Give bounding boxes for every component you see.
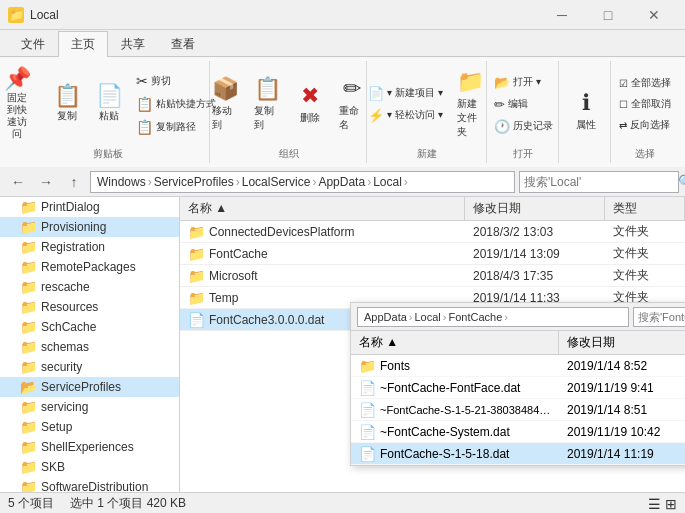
- delete-button[interactable]: ✖ 删除: [290, 78, 330, 130]
- deselect-all-button[interactable]: ☐ 全部取消: [614, 94, 676, 114]
- folder-icon: 📁: [20, 219, 37, 235]
- tree-item-printdialog[interactable]: 📁 PrintDialog: [0, 197, 179, 217]
- folder-icon: 📁: [188, 224, 205, 240]
- folder-icon: 📁: [20, 419, 37, 435]
- col-header-type[interactable]: 类型: [605, 197, 685, 220]
- move-to-button[interactable]: 📦 移动到: [205, 71, 246, 137]
- tab-view[interactable]: 查看: [158, 31, 208, 57]
- tree-item-softwaredistribution[interactable]: 📁 SoftwareDistribution: [0, 477, 179, 492]
- tree-item-setup[interactable]: 📁 Setup: [0, 417, 179, 437]
- invert-select-button[interactable]: ⇄ 反向选择: [614, 115, 676, 135]
- tree-item-skb[interactable]: 📁 SKB: [0, 457, 179, 477]
- new-folder-button[interactable]: 📁 新建文件夹: [450, 64, 491, 144]
- col-header-date[interactable]: 修改日期: [465, 197, 605, 220]
- tree-item-schcache[interactable]: 📁 SchCache: [0, 317, 179, 337]
- popup-file-row[interactable]: 📄 ~FontCache-FontFace.dat 2019/11/19 9:4…: [351, 377, 685, 399]
- popup-col-name[interactable]: 名称 ▲: [351, 331, 559, 354]
- back-button[interactable]: ←: [6, 171, 30, 193]
- ribbon-group-open: 📂 打开 ▾ ✏ 编辑 🕐 历史记录 打开: [489, 61, 559, 163]
- popup-search[interactable]: 🔍: [633, 307, 685, 327]
- status-items: 5 个项目: [8, 495, 54, 512]
- address-path[interactable]: Windows › ServiceProfiles › LocalService…: [90, 171, 515, 193]
- tree-item-registration[interactable]: 📁 Registration: [0, 237, 179, 257]
- new-folder-icon: 📁: [457, 69, 484, 95]
- open-items: 📂 打开 ▾ ✏ 编辑 🕐 历史记录: [489, 63, 558, 145]
- tree-item-remotepackages[interactable]: 📁 RemotePackages: [0, 257, 179, 277]
- search-input[interactable]: [524, 175, 674, 189]
- popup-col-date[interactable]: 修改日期: [559, 331, 685, 354]
- view-icon-grid[interactable]: ⊞: [665, 496, 677, 512]
- folder-icon: 📁: [20, 359, 37, 375]
- popup-path[interactable]: AppData › Local › FontCache ›: [357, 307, 629, 327]
- history-icon: 🕐: [494, 119, 510, 134]
- pin-button[interactable]: 📌 固定到快速访问: [0, 63, 39, 145]
- dat-icon: 📄: [359, 380, 376, 396]
- folder-icon: 📁: [188, 246, 205, 262]
- up-button[interactable]: ↑: [62, 171, 86, 193]
- tree-item-serviceprofiles[interactable]: 📂 ServiceProfiles: [0, 377, 179, 397]
- popup-file-row[interactable]: 📁 Fonts 2019/1/14 8:52 文件夹: [351, 355, 685, 377]
- tree-item-provisioning[interactable]: 📁 Provisioning: [0, 217, 179, 237]
- popup-window: AppData › Local › FontCache › 🔍 名称 ▲ 修改日…: [350, 302, 685, 466]
- app-icon: 📁: [8, 7, 24, 23]
- easy-access-icon: ⚡: [368, 108, 384, 123]
- tree-item-shellexperiences[interactable]: 📁 ShellExperiences: [0, 437, 179, 457]
- view-icon-list[interactable]: ☰: [648, 496, 661, 512]
- ribbon-group-organize: 📦 移动到 📋 复制到 ✖ 删除 ✏ 重命名 组织: [212, 61, 367, 163]
- popup-file-row-selected[interactable]: 📄 FontCache-S-1-5-18.dat 2019/1/14 11:19…: [351, 443, 685, 465]
- copy-button[interactable]: 📋 复制: [47, 80, 87, 128]
- folder-icon: 📁: [20, 279, 37, 295]
- dat-icon: 📄: [359, 424, 376, 440]
- popup-file-row[interactable]: 📄 ~FontCache-System.dat 2019/11/19 10:42…: [351, 421, 685, 443]
- close-button[interactable]: ✕: [631, 0, 677, 30]
- deselect-icon: ☐: [619, 99, 628, 110]
- properties-button[interactable]: ℹ 属性: [566, 85, 606, 137]
- rename-icon: ✏: [343, 76, 361, 102]
- tree-item-schemas[interactable]: 📁 schemas: [0, 337, 179, 357]
- tree-item-servicing[interactable]: 📁 servicing: [0, 397, 179, 417]
- dat-file-icon: 📄: [188, 312, 205, 328]
- tab-share[interactable]: 共享: [108, 31, 158, 57]
- new-col: 📄 ▾ 新建项目 ▾ ⚡ ▾ 轻松访问 ▾: [363, 83, 448, 126]
- history-button[interactable]: 🕐 历史记录: [489, 116, 558, 137]
- pin-icon: 📌: [4, 68, 31, 90]
- popup-address-bar: AppData › Local › FontCache › 🔍: [351, 303, 685, 331]
- minimize-button[interactable]: ─: [539, 0, 585, 30]
- search-box[interactable]: 🔍: [519, 171, 679, 193]
- new-item-button[interactable]: 📄 ▾ 新建项目 ▾: [363, 83, 448, 104]
- maximize-button[interactable]: □: [585, 0, 631, 30]
- folder-icon: 📁: [20, 199, 37, 215]
- file-row[interactable]: 📁 FontCache 2019/1/14 13:09 文件夹: [180, 243, 685, 265]
- tab-file[interactable]: 文件: [8, 31, 58, 57]
- new-label: 新建: [417, 145, 437, 161]
- open-button[interactable]: 📂 打开 ▾: [489, 72, 558, 93]
- file-row[interactable]: 📁 Microsoft 2018/4/3 17:35 文件夹: [180, 265, 685, 287]
- copy-to-icon: 📋: [254, 76, 281, 102]
- title-bar: 📁 Local ─ □ ✕: [0, 0, 685, 30]
- forward-button[interactable]: →: [34, 171, 58, 193]
- status-bar: 5 个项目 选中 1 个项目 420 KB ☰ ⊞: [0, 492, 685, 513]
- tab-home[interactable]: 主页: [58, 31, 108, 57]
- col-header-name[interactable]: 名称 ▲: [180, 197, 465, 220]
- main-content: 📁 PrintDialog 📁 Provisioning 📁 Registrat…: [0, 197, 685, 492]
- folder-icon: 📁: [20, 239, 37, 255]
- tree-item-security[interactable]: 📁 security: [0, 357, 179, 377]
- tree-item-rescache[interactable]: 📁 rescache: [0, 277, 179, 297]
- popup-search-input[interactable]: [638, 311, 685, 323]
- copy-icon: 📋: [54, 85, 81, 107]
- invert-icon: ⇄: [619, 120, 627, 131]
- tree-item-resources[interactable]: 📁 Resources: [0, 297, 179, 317]
- ribbon-group-props: ℹ 属性: [561, 61, 611, 163]
- popup-file-header: 名称 ▲ 修改日期 类型: [351, 331, 685, 355]
- edit-button[interactable]: ✏ 编辑: [489, 94, 558, 115]
- easy-access-button[interactable]: ⚡ ▾ 轻松访问 ▾: [363, 105, 448, 126]
- address-bar: ← → ↑ Windows › ServiceProfiles › LocalS…: [0, 167, 685, 197]
- select-col: ☑ 全部选择 ☐ 全部取消 ⇄ 反向选择: [614, 73, 676, 135]
- popup-file-row[interactable]: 📄 ~FontCache-S-1-5-21-38038484486-2... 2…: [351, 399, 685, 421]
- paste-button[interactable]: 📄 粘贴: [89, 80, 129, 128]
- folder-icon: 📁: [20, 259, 37, 275]
- file-row[interactable]: 📁 ConnectedDevicesPlatform 2018/3/2 13:0…: [180, 221, 685, 243]
- folder-open-icon: 📂: [20, 379, 37, 395]
- select-all-button[interactable]: ☑ 全部选择: [614, 73, 676, 93]
- copy-to-button[interactable]: 📋 复制到: [247, 71, 288, 137]
